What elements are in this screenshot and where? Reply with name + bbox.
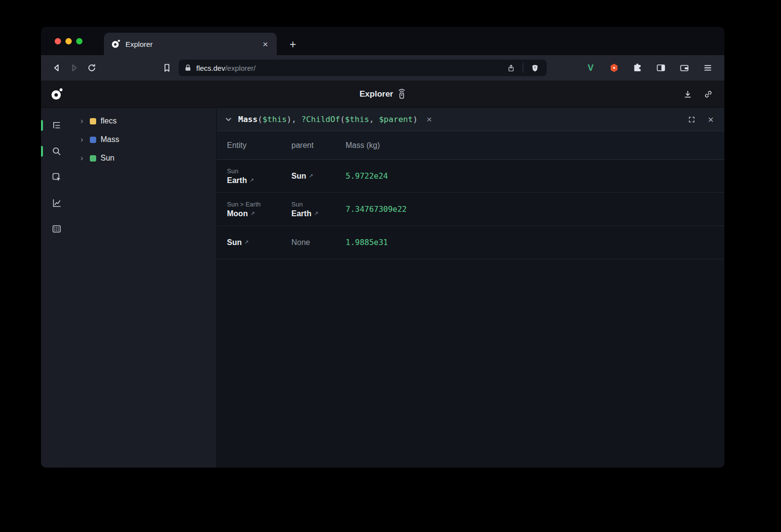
component-color-swatch bbox=[90, 137, 96, 143]
query-token: ) bbox=[413, 115, 418, 124]
parent-link[interactable]: Sun bbox=[291, 172, 306, 180]
query-search-icon[interactable] bbox=[47, 142, 66, 161]
query-token: $parent bbox=[379, 115, 413, 124]
tree-item-label: flecs bbox=[101, 117, 117, 125]
vue-letter: V bbox=[588, 63, 594, 73]
download-icon[interactable] bbox=[680, 87, 695, 102]
bookmark-icon[interactable] bbox=[158, 59, 176, 77]
query-token: ( bbox=[340, 115, 345, 124]
parent-cell: None bbox=[291, 238, 346, 247]
main-content: › flecs › Mass › Sun Mass($this), ?Chi bbox=[41, 108, 724, 468]
sidebar-toggle-icon[interactable] bbox=[651, 60, 671, 76]
browser-tab[interactable]: Explorer × bbox=[104, 33, 277, 55]
entity-link[interactable]: Moon bbox=[227, 209, 248, 218]
query-token: Mass bbox=[238, 115, 258, 124]
query-token: , bbox=[369, 115, 379, 124]
clear-query-icon[interactable]: × bbox=[424, 114, 435, 124]
address-bar[interactable]: flecs.dev/explorer/ bbox=[179, 60, 547, 76]
parent-name: None bbox=[291, 238, 346, 247]
parent-name: Sun↗ bbox=[291, 172, 346, 181]
external-link-icon: ↗ bbox=[314, 210, 318, 216]
flecs-favicon-icon bbox=[111, 39, 121, 49]
vue-devtools-icon[interactable]: V bbox=[581, 60, 600, 76]
entity-name: Earth↗ bbox=[227, 176, 291, 185]
external-link-icon: ↗ bbox=[249, 177, 254, 183]
data-table-icon[interactable] bbox=[47, 219, 66, 239]
entity-link[interactable]: Sun bbox=[227, 238, 242, 246]
parent-cell: Sun↗ bbox=[291, 172, 346, 181]
empty-content-area bbox=[217, 259, 724, 468]
stats-chart-icon[interactable] bbox=[47, 193, 66, 213]
urlbar-separator bbox=[523, 63, 523, 73]
tab-close-icon[interactable]: × bbox=[261, 39, 270, 50]
parent-name: Earth↗ bbox=[291, 209, 346, 218]
extensions-puzzle-icon[interactable] bbox=[628, 60, 647, 76]
remote-icon bbox=[397, 89, 406, 99]
query-expression[interactable]: Mass($this), ?ChildOf($this, $parent) bbox=[238, 115, 418, 124]
query-header: Mass($this), ?ChildOf($this, $parent) × … bbox=[217, 108, 724, 131]
table-row[interactable]: Sun↗ None 1.9885e31 bbox=[217, 226, 724, 259]
query-token: ?ChildOf bbox=[301, 115, 340, 124]
query-token: ( bbox=[258, 115, 263, 124]
entity-parent-path: Sun > Earth bbox=[227, 201, 291, 208]
tree-item-mass[interactable]: › Mass bbox=[72, 130, 216, 149]
urlbar-actions bbox=[504, 60, 542, 76]
hexagon-extension-icon[interactable] bbox=[604, 60, 624, 76]
inspector-icon[interactable] bbox=[47, 167, 66, 187]
brave-shields-icon[interactable] bbox=[528, 60, 542, 76]
extension-cluster: V bbox=[581, 60, 718, 76]
external-link-icon: ↗ bbox=[308, 173, 313, 179]
minimize-window-button[interactable] bbox=[65, 38, 72, 44]
expand-chevron-icon[interactable]: › bbox=[81, 136, 85, 143]
mass-value: 5.9722e24 bbox=[346, 171, 724, 181]
entity-link[interactable]: Earth bbox=[227, 176, 247, 184]
wallet-icon[interactable] bbox=[675, 60, 694, 76]
query-token: $this bbox=[345, 115, 370, 124]
parent-cell: Sun Earth↗ bbox=[291, 201, 346, 218]
flecs-logo-icon bbox=[50, 87, 63, 101]
collapse-chevron-icon[interactable] bbox=[225, 116, 232, 123]
fullscreen-icon[interactable] bbox=[685, 113, 698, 126]
menu-icon[interactable] bbox=[698, 60, 718, 76]
column-header-entity[interactable]: Entity bbox=[217, 141, 291, 150]
column-header-parent[interactable]: parent bbox=[291, 141, 346, 150]
tab-bar: Explorer × + bbox=[41, 27, 724, 55]
expand-chevron-icon[interactable]: › bbox=[81, 117, 85, 125]
entity-cell: Sun Earth↗ bbox=[217, 167, 291, 185]
entity-name: Moon↗ bbox=[227, 209, 291, 218]
table-row[interactable]: Sun > Earth Moon↗ Sun Earth↗ 7.34767309e… bbox=[217, 193, 724, 226]
url-path: /explorer/ bbox=[225, 64, 256, 72]
traffic-lights bbox=[55, 38, 82, 44]
page-title: Explorer bbox=[360, 89, 406, 99]
header-actions bbox=[680, 87, 716, 102]
mass-value: 7.34767309e22 bbox=[346, 205, 724, 214]
mass-value: 1.9885e31 bbox=[346, 238, 724, 247]
active-indicator bbox=[41, 146, 43, 157]
external-link-icon: ↗ bbox=[250, 210, 255, 216]
entity-tree-icon[interactable] bbox=[47, 116, 66, 135]
column-header-mass[interactable]: Mass (kg) bbox=[346, 141, 724, 150]
tab-title: Explorer bbox=[125, 40, 256, 48]
back-button[interactable] bbox=[48, 59, 65, 77]
share-icon[interactable] bbox=[504, 60, 518, 76]
close-window-button[interactable] bbox=[55, 38, 61, 44]
query-panel-actions: × bbox=[685, 113, 717, 126]
forward-button[interactable] bbox=[65, 59, 83, 77]
parent-link[interactable]: Earth bbox=[291, 209, 311, 218]
entity-cell: Sun > Earth Moon↗ bbox=[217, 201, 291, 218]
tree-item-flecs[interactable]: › flecs bbox=[72, 112, 216, 130]
entity-name: Sun↗ bbox=[227, 238, 291, 247]
url-domain: flecs.dev bbox=[196, 64, 225, 72]
zoom-window-button[interactable] bbox=[76, 38, 82, 44]
tree-item-sun[interactable]: › Sun bbox=[72, 149, 216, 167]
browser-toolbar: flecs.dev/explorer/ bbox=[41, 55, 724, 81]
query-token: ), bbox=[287, 115, 301, 124]
new-tab-button[interactable]: + bbox=[286, 37, 300, 52]
close-panel-icon[interactable]: × bbox=[705, 114, 717, 125]
entity-color-swatch bbox=[90, 155, 96, 162]
query-panel: Mass($this), ?ChildOf($this, $parent) × … bbox=[217, 108, 724, 468]
table-row[interactable]: Sun Earth↗ Sun↗ 5.9722e24 bbox=[217, 160, 724, 193]
expand-chevron-icon[interactable]: › bbox=[81, 154, 85, 162]
reload-button[interactable] bbox=[83, 59, 101, 77]
share-link-icon[interactable] bbox=[701, 87, 716, 102]
